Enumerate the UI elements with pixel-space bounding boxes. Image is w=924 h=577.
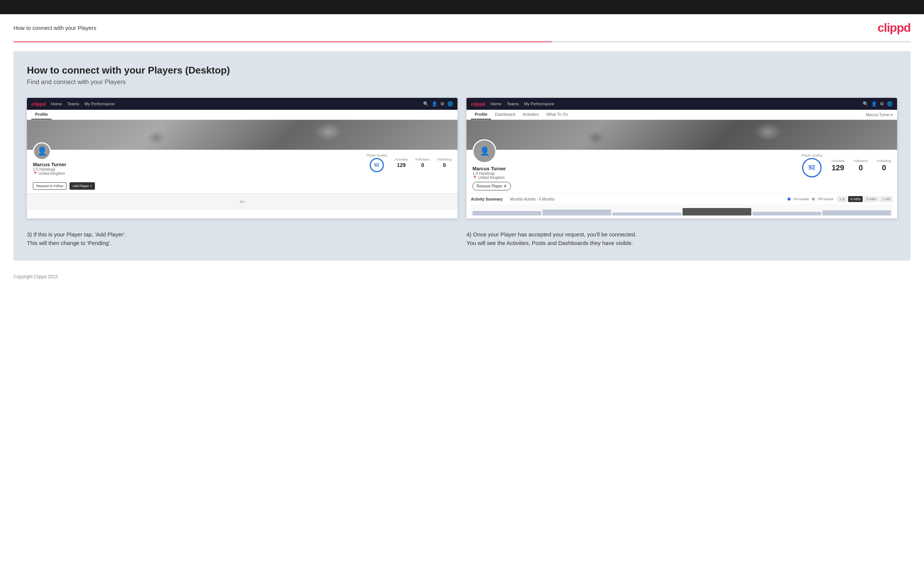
screenshot-left: clippd Home Teams My Performance 🔍 👤 ⚙ 🌐… [27,98,457,219]
right-quality-circle: 92 [802,158,822,177]
bar-chart [471,204,893,216]
left-quality-label: Player Quality [366,153,387,157]
left-btn-row: Request to Follow Add Player + [27,180,457,193]
right-followers-label: Followers [853,159,868,163]
right-player-handicap: 1-5 Handicap [472,171,506,176]
activity-legend: On course Off course [788,197,834,201]
right-app-tabs: Profile Dashboard Activities What To On … [467,110,897,120]
right-followers-stat: Followers 0 [853,159,868,172]
captions-row: 3) If this is your Player tap, 'Add Play… [27,230,897,247]
right-settings-icon[interactable]: ⚙ [880,101,884,106]
right-following-label: Following [877,159,891,163]
header-title: How to connect with your Players [13,25,97,31]
bar-6 [822,210,891,216]
player-dropdown[interactable]: Marcus Turner ▾ [866,113,893,117]
right-search-icon[interactable]: 🔍 [863,101,868,106]
right-location-pin-icon: 📍 [472,176,477,180]
right-nav-logo: clippd [471,101,485,107]
left-activities-value: 129 [397,162,405,168]
remove-player-row: Remove Player ✕ [467,180,897,193]
left-nav-teams[interactable]: Teams [67,102,79,106]
bar-1 [472,211,541,216]
tab-activities-right[interactable]: Activities [519,110,542,119]
add-player-button[interactable]: Add Player + [69,182,95,190]
right-nav-myperformance[interactable]: My Performance [524,102,554,106]
time-6mths-button[interactable]: 6 mths [848,196,863,202]
settings-icon[interactable]: ⚙ [440,101,444,106]
left-following-stat: Following 0 [437,158,452,168]
left-activities-stat: Activities 129 [395,158,408,168]
time-3mths-button[interactable]: 3 mths [864,196,879,202]
right-player-location: 📍 United Kingdom [472,176,506,180]
left-avatar: 👤 [33,142,51,160]
activity-header: Activity Summary Monthly Activity - 6 Mo… [471,196,893,202]
offcourse-legend-label: Off course [818,197,833,201]
right-following-stat: Following 0 [877,159,891,172]
left-quality-stat: Player Quality 92 [366,153,387,172]
player-dropdown-label: Marcus Turner [866,113,890,117]
remove-player-button[interactable]: Remove Player ✕ [472,182,511,190]
right-nav-home[interactable]: Home [490,102,501,106]
right-app-nav: clippd Home Teams My Performance 🔍 👤 ⚙ 🌐 [467,98,897,110]
right-profile-section: 👤 Marcus Turner 1-5 Handicap 📍 United Ki… [467,150,897,180]
tab-profile-left[interactable]: Profile [31,110,52,119]
caption-right-text: 4) Once your Player has accepted your re… [467,231,636,246]
right-player-name: Marcus Turner [472,166,506,171]
caption-left: 3) If this is your Player tap, 'Add Play… [27,230,457,247]
left-quality-circle: 92 [370,158,384,172]
right-following-value: 0 [882,164,886,172]
activity-title: Activity Summary [471,197,502,201]
request-follow-button[interactable]: Request to Follow [33,182,66,190]
search-icon[interactable]: 🔍 [423,101,429,106]
right-activities-label: Activities [831,159,845,163]
left-nav-myperformance[interactable]: My Performance [84,102,115,106]
main-title: How to connect with your Players (Deskto… [27,64,897,76]
avatar-icon: 👤 [37,147,47,156]
time-1mth-button[interactable]: 1 mth [880,196,893,202]
left-nav-logo: clippd [31,101,45,107]
right-followers-value: 0 [859,164,863,172]
left-hero-image [27,120,457,150]
header-divider [13,42,911,42]
right-avatar: 👤 [472,139,496,163]
right-activities-value: 129 [832,164,844,172]
footer-copyright: Copyright Clippd 2022 [13,274,58,279]
tab-whattoon-right[interactable]: What To On [542,110,572,119]
left-followers-label: Followers [415,158,430,161]
time-1yr-button[interactable]: 1 yr [837,196,847,202]
offcourse-legend-dot [812,198,815,201]
user-icon[interactable]: 👤 [432,101,437,106]
header: How to connect with your Players clippd [0,14,924,42]
header-logo: clippd [878,21,911,35]
right-nav-teams[interactable]: Teams [507,102,519,106]
left-app-tabs: Profile [27,110,457,120]
right-activities-stat: Activities 129 [831,159,845,172]
tab-profile-right[interactable]: Profile [471,110,491,119]
bar-4 [683,208,751,216]
left-following-value: 0 [443,162,446,168]
right-globe-icon[interactable]: 🌐 [887,101,893,106]
bar-2 [542,210,611,216]
right-user-icon[interactable]: 👤 [871,101,877,106]
top-bar [0,0,924,14]
left-app-nav: clippd Home Teams My Performance 🔍 👤 ⚙ 🌐 [27,98,457,110]
oncourse-legend-dot [788,198,791,201]
right-quality-stat: Player Quality 92 [801,153,822,177]
right-hero-image [467,120,897,150]
close-icon: ✕ [504,184,507,189]
oncourse-legend-label: On course [793,197,809,201]
caption-left-text: 3) If this is your Player tap, 'Add Play… [27,231,126,246]
main-subtitle: Find and connect with your Players [27,79,897,86]
left-nav-home[interactable]: Home [51,102,62,106]
location-pin-icon: 📍 [33,171,37,176]
activity-summary: Activity Summary Monthly Activity - 6 Mo… [467,193,897,219]
left-following-label: Following [437,158,452,161]
bar-5 [753,212,821,216]
left-followers-stat: Followers 0 [415,158,430,168]
tab-dashboard-right[interactable]: Dashboard [491,110,519,119]
left-nav-right: 🔍 👤 ⚙ 🌐 [423,101,453,106]
left-screenshot-bottom: ✏ [27,193,457,210]
globe-icon[interactable]: 🌐 [447,101,453,106]
screenshot-right: clippd Home Teams My Performance 🔍 👤 ⚙ 🌐… [467,98,897,219]
left-profile-section: 👤 Marcus Turner 1-5 Handicap 📍 United Ki… [27,150,457,180]
